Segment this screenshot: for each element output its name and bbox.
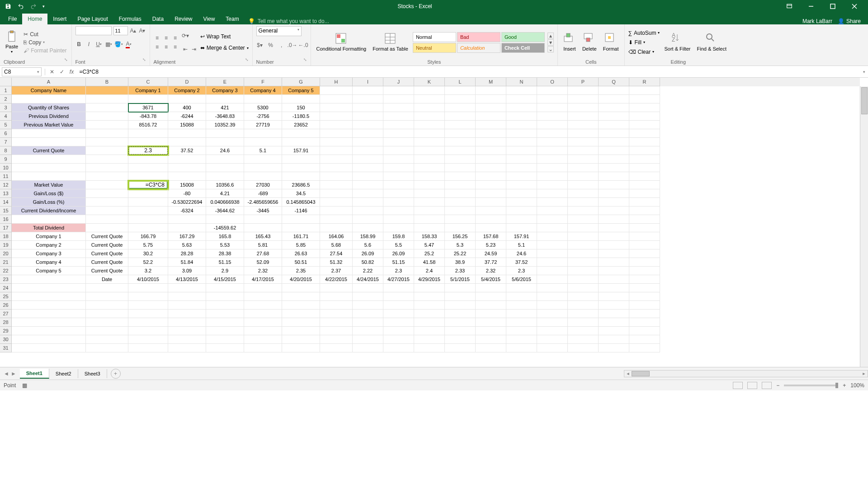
cell[interactable]: [244, 292, 282, 301]
cell[interactable]: [629, 232, 660, 241]
cell[interactable]: Company 4: [244, 86, 282, 95]
cell[interactable]: [414, 121, 445, 129]
name-box[interactable]: C8▾: [2, 67, 42, 76]
gallery-up-icon[interactable]: ▴: [547, 33, 554, 39]
cell[interactable]: -2756: [244, 112, 282, 121]
cell[interactable]: Company Name: [12, 86, 86, 95]
undo-icon[interactable]: [17, 3, 24, 10]
cell[interactable]: 37.52: [168, 146, 206, 155]
cell[interactable]: 4/17/2015: [244, 275, 282, 284]
cell[interactable]: [414, 181, 445, 189]
cell[interactable]: 3.09: [168, 267, 206, 275]
gallery-down-icon[interactable]: ▾: [547, 39, 554, 46]
cell[interactable]: [86, 292, 128, 301]
cell[interactable]: [476, 155, 506, 164]
format-cells-button[interactable]: Format: [601, 32, 621, 52]
cell[interactable]: =C3*C8: [128, 181, 168, 189]
conditional-formatting-button[interactable]: Conditional Formatting: [315, 32, 368, 52]
cell[interactable]: [282, 164, 320, 172]
cell[interactable]: [353, 172, 383, 181]
cell[interactable]: [629, 215, 660, 224]
cell[interactable]: [244, 335, 282, 344]
cell[interactable]: [414, 344, 445, 352]
cell[interactable]: [629, 164, 660, 172]
cell[interactable]: [383, 335, 414, 344]
number-launcher-icon[interactable]: ⤡: [303, 57, 307, 64]
cell[interactable]: Company 4: [12, 258, 86, 267]
maximize-icon[interactable]: [824, 0, 842, 13]
cell[interactable]: [168, 155, 206, 164]
row-header[interactable]: 26: [0, 301, 12, 310]
cell[interactable]: 157.91: [506, 232, 537, 241]
cell[interactable]: [320, 335, 353, 344]
cell[interactable]: [168, 318, 206, 327]
save-icon[interactable]: [5, 3, 12, 10]
row-header[interactable]: 14: [0, 198, 12, 206]
sort-filter-button[interactable]: AZSort & Filter: [662, 32, 692, 52]
decrease-decimal-icon[interactable]: ←.0: [300, 42, 307, 49]
cell[interactable]: [476, 344, 506, 352]
cell[interactable]: 28.38: [206, 249, 244, 258]
cell[interactable]: [629, 155, 660, 164]
cell[interactable]: 4/24/2015: [353, 275, 383, 284]
style-calculation[interactable]: Calculation: [457, 43, 500, 53]
percent-format-icon[interactable]: %: [267, 42, 274, 49]
column-header[interactable]: J: [383, 78, 414, 86]
cell[interactable]: 26.09: [353, 249, 383, 258]
cell[interactable]: 421: [206, 103, 244, 112]
cell[interactable]: [537, 129, 568, 138]
cell[interactable]: [506, 310, 537, 318]
zoom-slider[interactable]: [784, 385, 838, 386]
cell[interactable]: 165.8: [206, 232, 244, 241]
fill-color-button[interactable]: 🪣▾: [115, 41, 123, 48]
cell[interactable]: [599, 189, 629, 198]
cell[interactable]: [282, 155, 320, 164]
cell[interactable]: [537, 241, 568, 249]
column-header[interactable]: P: [568, 78, 599, 86]
cell[interactable]: [629, 112, 660, 121]
cell[interactable]: [568, 215, 599, 224]
cell[interactable]: [445, 224, 476, 232]
cell[interactable]: [86, 327, 128, 335]
cell[interactable]: 24.6: [506, 249, 537, 258]
cell[interactable]: Current Quote: [86, 249, 128, 258]
cell[interactable]: [537, 310, 568, 318]
row-header[interactable]: 4: [0, 112, 12, 121]
page-break-view-icon[interactable]: [762, 382, 772, 389]
cell[interactable]: 28.28: [168, 249, 206, 258]
cell[interactable]: 5.81: [244, 241, 282, 249]
cell[interactable]: 41.58: [414, 258, 445, 267]
cell[interactable]: [476, 189, 506, 198]
cell[interactable]: 2.35: [282, 267, 320, 275]
cell[interactable]: [206, 284, 244, 292]
cell[interactable]: [353, 301, 383, 310]
cell[interactable]: [568, 95, 599, 103]
cell[interactable]: 23686.5: [282, 181, 320, 189]
cell[interactable]: [414, 318, 445, 327]
cell[interactable]: [128, 344, 168, 352]
cell[interactable]: [629, 198, 660, 206]
cut-button[interactable]: ✂Cut: [23, 31, 67, 38]
cell[interactable]: [86, 86, 128, 95]
cell[interactable]: -3648.83: [206, 112, 244, 121]
cell[interactable]: [128, 198, 168, 206]
cell[interactable]: [128, 189, 168, 198]
cell[interactable]: [244, 129, 282, 138]
cell[interactable]: [168, 344, 206, 352]
select-all-corner[interactable]: [0, 78, 12, 86]
cell[interactable]: [414, 155, 445, 164]
cell[interactable]: -689: [244, 189, 282, 198]
cell[interactable]: [168, 172, 206, 181]
cell[interactable]: [320, 146, 353, 155]
column-header[interactable]: E: [206, 78, 244, 86]
style-neutral[interactable]: Neutral: [413, 43, 456, 53]
cell[interactable]: [383, 155, 414, 164]
cell[interactable]: [168, 95, 206, 103]
cell[interactable]: [599, 301, 629, 310]
cell[interactable]: [537, 103, 568, 112]
cell[interactable]: [506, 103, 537, 112]
font-size-select[interactable]: [113, 26, 128, 35]
cell[interactable]: [282, 318, 320, 327]
cell[interactable]: [476, 198, 506, 206]
cell[interactable]: [599, 138, 629, 146]
